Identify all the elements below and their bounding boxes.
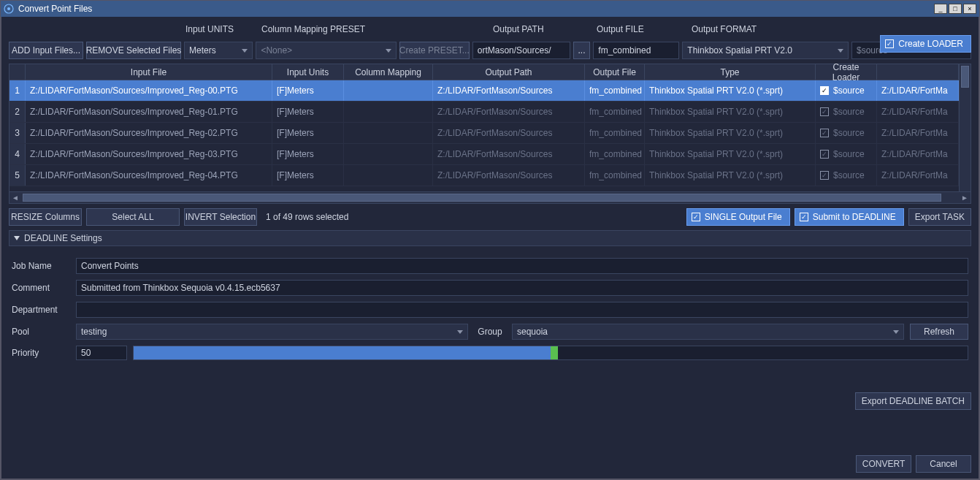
pool-select[interactable]: testing <box>76 324 468 340</box>
cell-column-mapping <box>344 123 433 143</box>
comment-label: Comment <box>12 283 70 293</box>
refresh-button[interactable]: Refresh <box>910 324 968 340</box>
create-loader-toggle[interactable]: ✓ Create LOADER <box>880 35 971 53</box>
checkbox-icon[interactable]: ✓ <box>820 171 829 180</box>
comment-input[interactable] <box>76 280 968 296</box>
cell-extra: Z:/LIDAR/FortMa <box>877 80 959 101</box>
convert-button[interactable]: CONVERT <box>856 455 911 473</box>
cell-column-mapping <box>344 165 433 186</box>
col-column-mapping[interactable]: Column Mapping <box>344 64 433 80</box>
files-table: Input File Input Units Column Mapping Ou… <box>9 64 971 204</box>
cancel-button[interactable]: Cancel <box>916 455 971 473</box>
cell-input-file: Z:/LIDAR/FortMason/Sources/Improved_Reg-… <box>26 80 272 101</box>
cell-output-file: fm_combined <box>585 165 645 186</box>
cell-type: Thinkbox Spatial PRT V2.0 (*.sprt) <box>645 123 816 143</box>
chevron-down-icon <box>838 49 843 53</box>
col-output-file[interactable]: Output File <box>585 64 645 80</box>
cell-output-file: fm_combined <box>585 80 645 101</box>
minimize-icon[interactable]: _ <box>934 4 947 14</box>
selection-status: 1 of 49 rows selected <box>266 212 348 222</box>
cell-type: Thinkbox Spatial PRT V2.0 (*.sprt) <box>645 144 816 164</box>
add-input-files-button[interactable]: ADD Input Files... <box>9 42 83 59</box>
cell-output-file: fm_combined <box>585 144 645 164</box>
job-name-label: Job Name <box>12 261 70 271</box>
output-file-input[interactable] <box>593 42 679 59</box>
priority-slider[interactable] <box>133 346 968 360</box>
job-name-input[interactable] <box>76 258 968 274</box>
checkbox-icon[interactable]: ✓ <box>820 107 829 116</box>
row-number: 1 <box>9 80 26 101</box>
scroll-left-icon[interactable]: ◄ <box>9 192 21 204</box>
convert-point-files-window: Convert Point Files _ □ × Input UNITS Co… <box>0 0 980 480</box>
cell-column-mapping <box>344 144 433 164</box>
cell-input-file: Z:/LIDAR/FortMason/Sources/Improved_Reg-… <box>26 144 272 164</box>
priority-value[interactable]: 50 <box>76 346 127 360</box>
department-label: Department <box>12 305 70 315</box>
cell-output-path: Z:/LIDAR/FortMason/Sources <box>433 80 585 101</box>
col-output-path[interactable]: Output Path <box>433 64 585 80</box>
table-row[interactable]: 2Z:/LIDAR/FortMason/Sources/Improved_Reg… <box>9 102 959 123</box>
table-row[interactable]: 5Z:/LIDAR/FortMason/Sources/Improved_Reg… <box>9 165 959 186</box>
maximize-icon[interactable]: □ <box>949 4 962 14</box>
label-output-path: Output PATH <box>493 24 544 34</box>
app-icon <box>4 4 14 14</box>
checkbox-icon[interactable]: ✓ <box>820 129 829 137</box>
window-title: Convert Point Files <box>18 4 92 14</box>
cell-output-path: Z:/LIDAR/FortMason/Sources <box>433 144 585 164</box>
single-output-file-toggle[interactable]: ✓SINGLE Output File <box>686 208 790 226</box>
remove-selected-files-button[interactable]: REMOVE Selected Files <box>86 42 181 59</box>
vertical-scrollbar[interactable] <box>959 64 971 191</box>
output-format-select[interactable]: Thinkbox Spatial PRT V2.0 <box>682 42 849 59</box>
select-all-button[interactable]: Select ALL <box>86 208 180 226</box>
table-row[interactable]: 4Z:/LIDAR/FortMason/Sources/Improved_Reg… <box>9 144 959 165</box>
cell-input-units: [F]Meters <box>272 102 344 122</box>
cell-extra: Z:/LIDAR/FortMa <box>877 123 959 143</box>
group-select[interactable]: sequoia <box>512 324 904 340</box>
column-mapping-preset-select[interactable]: <None> <box>256 42 396 59</box>
input-units-select[interactable]: Meters <box>184 42 253 59</box>
cell-input-file: Z:/LIDAR/FortMason/Sources/Improved_Reg-… <box>26 165 272 186</box>
cell-input-file: Z:/LIDAR/FortMason/Sources/Improved_Reg-… <box>26 102 272 122</box>
col-input-units[interactable]: Input Units <box>272 64 344 80</box>
scroll-right-icon[interactable]: ► <box>959 192 971 204</box>
cell-output-file: fm_combined <box>585 123 645 143</box>
export-deadline-batch-button[interactable]: Export DEADLINE BATCH <box>855 392 971 410</box>
label-column-mapping-preset: Column Mapping PRESET <box>261 24 365 34</box>
browse-output-path-button[interactable]: ... <box>573 42 591 59</box>
horizontal-scrollbar[interactable]: ◄ ► <box>9 191 971 203</box>
department-input[interactable] <box>76 302 968 318</box>
col-type[interactable]: Type <box>645 64 816 80</box>
cell-extra: Z:/LIDAR/FortMa <box>877 102 959 122</box>
label-output-format: Output FORMAT <box>692 24 757 34</box>
col-create-loader[interactable]: Create Loader <box>816 64 877 80</box>
invert-selection-button[interactable]: INVERT Selection <box>184 208 257 226</box>
cell-column-mapping <box>344 102 433 122</box>
create-preset-button[interactable]: Create PRESET... <box>399 42 470 59</box>
close-icon[interactable]: × <box>963 4 976 14</box>
cell-output-path: Z:/LIDAR/FortMason/Sources <box>433 102 585 122</box>
checkbox-icon[interactable]: ✓ <box>820 150 829 159</box>
cell-create-loader: ✓$source <box>816 165 877 186</box>
cell-type: Thinkbox Spatial PRT V2.0 (*.sprt) <box>645 80 816 101</box>
table-header: Input File Input Units Column Mapping Ou… <box>9 64 959 80</box>
row-number: 5 <box>9 165 26 186</box>
checkbox-icon: ✓ <box>800 213 808 221</box>
cell-extra: Z:/LIDAR/FortMa <box>877 165 959 186</box>
cell-extra: Z:/LIDAR/FortMa <box>877 144 959 164</box>
row-number: 2 <box>9 102 26 122</box>
checkbox-icon[interactable]: ✓ <box>820 86 829 95</box>
resize-columns-button[interactable]: RESIZE Columns <box>9 208 82 226</box>
slider-handle-icon[interactable] <box>551 346 558 359</box>
col-input-file[interactable]: Input File <box>26 64 272 80</box>
table-row[interactable]: 1Z:/LIDAR/FortMason/Sources/Improved_Reg… <box>9 80 959 102</box>
export-task-button[interactable]: Export TASK <box>908 208 971 226</box>
cell-input-units: [F]Meters <box>272 165 344 186</box>
output-path-input[interactable] <box>472 42 570 59</box>
cell-output-path: Z:/LIDAR/FortMason/Sources <box>433 165 585 186</box>
table-row[interactable]: 3Z:/LIDAR/FortMason/Sources/Improved_Reg… <box>9 123 959 144</box>
submit-to-deadline-toggle[interactable]: ✓Submit to DEADLINE <box>795 208 904 226</box>
cell-create-loader: ✓$source <box>816 144 877 164</box>
deadline-settings-header[interactable]: DEADLINE Settings <box>9 230 971 246</box>
group-label: Group <box>474 327 506 337</box>
svg-point-1 <box>7 7 10 10</box>
